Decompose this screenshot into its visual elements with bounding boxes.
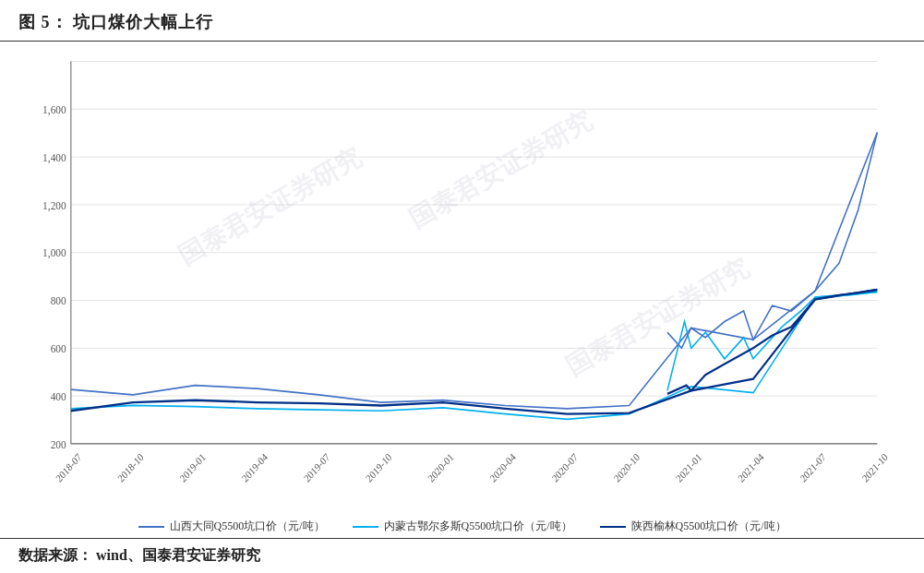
- svg-text:1,400: 1,400: [42, 150, 66, 164]
- legend-label-shaanxi: 陕西榆林Q5500坑口价（元/吨）: [631, 519, 786, 534]
- legend-line-shaanxi: [600, 526, 626, 528]
- svg-text:1,600: 1,600: [42, 102, 66, 116]
- svg-text:2020-01: 2020-01: [426, 451, 455, 484]
- svg-text:800: 800: [51, 294, 66, 308]
- legend-label-shanxi: 山西大同Q5500坑口价（元/吨）: [170, 519, 325, 534]
- chart-area: 国泰君安证券研究 国泰君安证券研究 国泰君安证券研究 200 400 600 8…: [0, 42, 924, 517]
- svg-text:200: 200: [51, 437, 66, 451]
- footer-text: 数据来源： wind、国泰君安证券研究: [18, 547, 260, 563]
- svg-text:1,200: 1,200: [42, 198, 66, 212]
- svg-text:2021-07: 2021-07: [798, 450, 828, 483]
- chart-svg: 200 400 600 800 1,000 1,200 1,400 1,600 …: [18, 51, 896, 507]
- legend-label-neimenggu: 内蒙古鄂尔多斯Q5500坑口价（元/吨）: [384, 519, 572, 534]
- svg-text:2020-04: 2020-04: [487, 450, 518, 483]
- svg-text:2019-01: 2019-01: [177, 451, 207, 484]
- title-bar: 图 5： 坑口煤价大幅上行: [0, 0, 924, 42]
- svg-text:2018-10: 2018-10: [115, 450, 146, 483]
- svg-text:2019-07: 2019-07: [302, 450, 332, 483]
- svg-text:2020-07: 2020-07: [550, 450, 581, 483]
- svg-text:2019-10: 2019-10: [364, 450, 394, 483]
- svg-text:2021-04: 2021-04: [736, 450, 766, 483]
- svg-text:2019-04: 2019-04: [240, 450, 270, 483]
- chart-title: 图 5： 坑口煤价大幅上行: [18, 11, 213, 33]
- legend-line-shanxi: [138, 526, 164, 528]
- svg-text:400: 400: [51, 389, 66, 403]
- series-shaanxi: [71, 290, 877, 414]
- svg-text:2018-07: 2018-07: [54, 450, 84, 483]
- svg-text:600: 600: [51, 341, 66, 355]
- main-container: 图 5： 坑口煤价大幅上行 国泰君安证券研究 国泰君安证券研究 国泰君安证券研究…: [0, 0, 924, 573]
- footer-bar: 数据来源： wind、国泰君安证券研究: [0, 538, 924, 573]
- series-shanxi: [71, 133, 877, 409]
- legend-line-neimenggu: [353, 526, 378, 528]
- legend-area: 山西大同Q5500坑口价（元/吨） 内蒙古鄂尔多斯Q5500坑口价（元/吨） 陕…: [0, 517, 924, 538]
- svg-text:2021-01: 2021-01: [674, 451, 703, 484]
- legend-item-shanxi: 山西大同Q5500坑口价（元/吨）: [138, 519, 325, 534]
- series-shanxi-detail: [667, 133, 877, 349]
- legend-item-shaanxi: 陕西榆林Q5500坑口价（元/吨）: [600, 519, 786, 534]
- legend-item-neimenggu: 内蒙古鄂尔多斯Q5500坑口价（元/吨）: [353, 519, 572, 534]
- svg-text:2021-10: 2021-10: [859, 450, 890, 483]
- svg-text:1,000: 1,000: [42, 246, 66, 260]
- svg-text:2020-10: 2020-10: [612, 450, 642, 483]
